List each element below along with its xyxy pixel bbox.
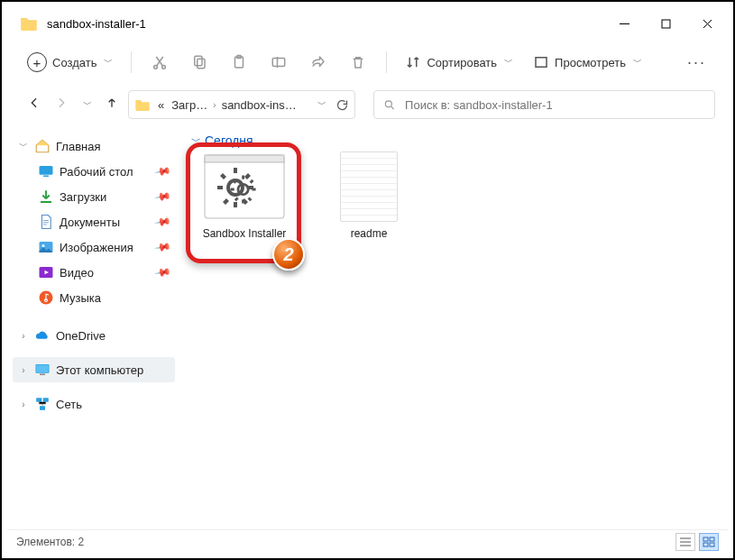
svg-rect-21 — [40, 406, 45, 410]
file-sandbox-installer[interactable]: 2 — [195, 151, 294, 240]
up-button[interactable] — [105, 96, 119, 114]
delete-button[interactable] — [341, 49, 375, 76]
rename-button[interactable] — [262, 49, 296, 76]
svg-rect-11 — [43, 176, 49, 178]
svg-rect-17 — [36, 365, 49, 372]
sidebar-downloads[interactable]: Загрузки📌 — [13, 184, 175, 209]
chevron-right-icon[interactable]: › — [18, 365, 29, 375]
cut-button[interactable] — [142, 49, 177, 76]
status-bar: Элементов: 2 — [7, 529, 728, 553]
view-button[interactable]: Просмотреть ﹀ — [526, 49, 649, 76]
new-button[interactable]: + Создать ﹀ — [20, 47, 120, 78]
toolbar: + Создать ﹀ Сортировать ﹀ Просмотреть ﹀ — [7, 40, 728, 85]
pc-icon — [34, 362, 51, 378]
sidebar-thispc[interactable]: ›Этот компьютер — [13, 357, 175, 382]
chevron-down-icon: ﹀ — [104, 56, 113, 69]
search-input[interactable] — [403, 97, 705, 113]
svg-rect-0 — [662, 20, 670, 28]
more-button[interactable]: ··· — [678, 48, 715, 78]
chevron-right-icon[interactable]: › — [18, 331, 29, 341]
breadcrumb-part[interactable]: sandbox-ins… — [220, 98, 299, 112]
copy-button[interactable] — [182, 49, 216, 76]
history-dropdown[interactable]: ﹀ — [83, 98, 92, 111]
close-button[interactable] — [686, 7, 728, 40]
download-icon — [38, 188, 54, 205]
sidebar: ﹀ Главная Рабочий стол📌 Загрузки📌 Докуме… — [7, 124, 180, 529]
minimize-button[interactable] — [603, 7, 645, 40]
search-icon — [383, 98, 396, 112]
item-count-label: Элементов: — [16, 536, 75, 548]
text-file-icon — [326, 151, 412, 222]
file-readme[interactable]: readme — [319, 151, 418, 240]
back-button[interactable] — [27, 96, 41, 114]
chevron-down-icon: ﹀ — [633, 56, 642, 69]
file-pane[interactable]: ﹀ Сегодня 2 — [180, 124, 728, 529]
svg-point-1 — [154, 65, 158, 69]
svg-rect-7 — [273, 59, 286, 67]
trash-icon — [350, 54, 366, 70]
sidebar-home[interactable]: ﹀ Главная — [13, 133, 175, 159]
svg-rect-26 — [703, 543, 708, 546]
window-title: sandbox-installer-1 — [47, 17, 603, 31]
address-bar[interactable]: « Загр… › sandbox-ins… ﹀ — [128, 90, 355, 119]
share-icon — [310, 54, 326, 70]
chevron-right-icon[interactable]: › — [18, 399, 29, 409]
music-icon — [38, 289, 54, 306]
rename-icon — [271, 54, 287, 70]
pin-icon: 📌 — [153, 213, 171, 231]
picture-icon — [38, 239, 54, 255]
chevron-down-icon: ﹀ — [504, 56, 513, 69]
svg-rect-23 — [205, 155, 284, 162]
sidebar-music[interactable]: Музыка — [13, 285, 175, 310]
chevron-down-icon[interactable]: ﹀ — [18, 140, 29, 152]
sidebar-pictures[interactable]: Изображения📌 — [13, 234, 175, 260]
refresh-icon[interactable] — [335, 98, 349, 112]
svg-rect-22 — [205, 155, 284, 218]
svg-rect-24 — [703, 537, 708, 541]
forward-button[interactable] — [54, 96, 69, 114]
sort-icon — [405, 54, 421, 70]
svg-rect-4 — [198, 59, 205, 69]
document-icon — [38, 214, 54, 230]
pin-icon: 📌 — [153, 238, 171, 256]
sidebar-videos[interactable]: Видео📌 — [13, 260, 175, 285]
sidebar-documents[interactable]: Документы📌 — [13, 209, 175, 234]
wsb-file-icon — [201, 151, 288, 222]
clipboard-icon — [231, 54, 247, 70]
sort-button[interactable]: Сортировать ﹀ — [398, 49, 520, 76]
svg-rect-20 — [43, 398, 49, 402]
home-icon — [34, 138, 51, 154]
sidebar-onedrive[interactable]: ›OneDrive — [13, 323, 175, 348]
chevron-right-icon: › — [213, 100, 216, 110]
svg-point-13 — [42, 244, 45, 247]
pin-icon: 📌 — [153, 162, 171, 180]
share-button[interactable] — [301, 49, 335, 76]
sidebar-network[interactable]: ›Сеть — [13, 391, 175, 417]
cloud-icon — [34, 327, 51, 344]
view-icon — [533, 54, 549, 70]
pin-icon: 📌 — [153, 188, 171, 206]
svg-rect-18 — [40, 374, 45, 376]
sidebar-desktop[interactable]: Рабочий стол📌 — [13, 159, 175, 184]
paste-button[interactable] — [222, 49, 256, 76]
breadcrumb-prefix: « — [156, 98, 166, 112]
file-label: readme — [351, 227, 388, 240]
breadcrumb-dropdown[interactable]: ﹀ — [317, 98, 326, 111]
copy-icon — [191, 54, 207, 70]
video-icon — [38, 264, 54, 280]
breadcrumb-part[interactable]: Загр… — [170, 98, 209, 112]
svg-point-2 — [162, 65, 166, 69]
scissors-icon — [152, 54, 168, 70]
search-box[interactable] — [373, 90, 715, 119]
icons-view-button[interactable] — [699, 533, 719, 551]
pin-icon: 📌 — [153, 263, 171, 281]
titlebar: sandbox-installer-1 — [7, 7, 728, 40]
navigation-row: ﹀ « Загр… › sandbox-ins… ﹀ — [7, 85, 728, 124]
plus-icon: + — [27, 52, 47, 72]
network-icon — [34, 396, 51, 412]
desktop-icon — [38, 163, 54, 179]
details-view-button[interactable] — [675, 533, 695, 551]
svg-rect-19 — [36, 398, 41, 402]
svg-rect-10 — [40, 166, 53, 175]
maximize-button[interactable] — [645, 7, 686, 40]
